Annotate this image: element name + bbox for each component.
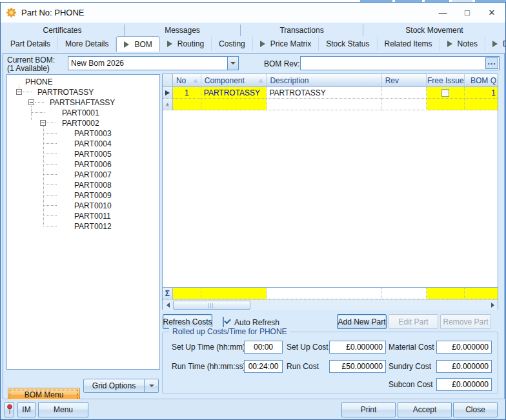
set-up-cost-input[interactable] <box>330 341 385 353</box>
tab-notes[interactable]: Notes <box>440 37 485 51</box>
grid-header-component[interactable]: Component <box>201 74 267 86</box>
grid-cell-description[interactable]: PARTROTASSY <box>267 87 381 99</box>
tree-item[interactable]: PART0003 <box>7 128 159 139</box>
bom-tree-panel[interactable]: PHONE PARTROTASSY PARTSHAFTASSY PART0001… <box>6 74 160 370</box>
grid-cell-rev[interactable] <box>382 87 427 99</box>
row-selector-arrow-icon[interactable] <box>163 87 173 99</box>
grid-cell-no[interactable] <box>173 99 201 110</box>
sunflower-app-icon <box>6 7 17 18</box>
tree-item[interactable]: PART0007 <box>7 170 159 180</box>
remove-part-button[interactable]: Remove Part <box>440 314 491 329</box>
tab-related-items[interactable]: Related Items <box>378 37 440 51</box>
tree-expander-icon[interactable] <box>16 89 22 95</box>
close-icon[interactable]: ✕ <box>480 3 504 23</box>
run-time-input[interactable] <box>245 361 282 372</box>
tab-part-details[interactable]: Part Details <box>3 37 58 51</box>
tree-expander-icon[interactable] <box>40 120 46 126</box>
tab-stock-status[interactable]: Stock Status <box>319 37 377 51</box>
print-button[interactable]: Print <box>341 402 396 417</box>
new-row-marker-icon: * <box>163 99 173 110</box>
sundry-cost-input[interactable] <box>437 361 491 372</box>
tree-item[interactable]: PART0012 <box>7 221 159 232</box>
grid-options-splitbutton[interactable]: Grid Options <box>83 379 159 393</box>
tree-item[interactable]: PART0002 <box>7 118 159 128</box>
tab-costing[interactable]: Costing <box>212 37 253 51</box>
table-row-new[interactable]: * <box>163 99 498 110</box>
tree-item[interactable]: PARTSHAFTASSY <box>7 97 159 108</box>
close-button[interactable]: Close <box>453 402 498 417</box>
edit-part-button[interactable]: Edit Part <box>389 314 438 329</box>
bom-components-grid[interactable]: No Component Description Rev Free Issue … <box>162 74 498 310</box>
summary-cell <box>427 288 465 299</box>
tree-item[interactable]: PART0011 <box>7 211 159 221</box>
current-bom-combobox[interactable]: New Bom 2026 <box>68 56 239 70</box>
set-up-time-field <box>244 341 283 354</box>
tab-routing[interactable]: Routing <box>160 37 212 51</box>
grid-cell-description[interactable] <box>267 99 381 110</box>
tree-item[interactable]: PART0004 <box>7 139 159 149</box>
tab-price-matrix[interactable]: Price Matrix <box>253 37 319 51</box>
tree-item[interactable]: PART0006 <box>7 159 159 170</box>
tree-item[interactable]: PART0008 <box>7 180 159 190</box>
tab-documents[interactable]: Documents <box>485 37 506 51</box>
bom-rev-input[interactable] <box>301 57 499 70</box>
grid-cell-free-issue[interactable] <box>427 87 465 99</box>
combo-dropdown-button[interactable] <box>227 57 238 70</box>
subcon-cost-input[interactable] <box>437 379 491 390</box>
tree-item[interactable]: PHONE <box>7 77 159 87</box>
set-up-time-input[interactable] <box>245 341 282 353</box>
ellipsis-button[interactable]: ... <box>485 57 498 69</box>
tab-bom[interactable]: BOM <box>116 36 159 52</box>
run-time-label: Run Time (hh:mm:ss) <box>172 362 246 371</box>
accept-button[interactable]: Accept <box>398 402 452 417</box>
grid-cell-bom-qty[interactable]: 1 <box>465 87 498 99</box>
grid-options-button[interactable]: Grid Options <box>83 379 145 393</box>
scroll-left-icon[interactable] <box>163 300 173 310</box>
tree-item[interactable]: PART0009 <box>7 190 159 201</box>
summary-cell <box>267 288 381 299</box>
run-time-field <box>244 360 283 373</box>
grid-cell-component[interactable] <box>201 99 267 110</box>
scroll-right-icon[interactable] <box>487 300 498 310</box>
checkbox-unchecked-icon[interactable] <box>441 89 449 97</box>
tab-messages[interactable]: Messages <box>125 25 241 36</box>
tree-expander-icon[interactable] <box>28 99 34 105</box>
auto-refresh-checkbox[interactable] <box>223 317 224 327</box>
grid-header-no[interactable]: No <box>173 74 201 86</box>
table-row[interactable]: 1 PARTROTASSY PARTROTASSY 1 <box>163 87 498 99</box>
tree-connector-line <box>43 211 57 216</box>
add-new-part-button[interactable]: Add New Part <box>337 314 387 329</box>
material-cost-input[interactable] <box>437 341 491 353</box>
maximize-icon[interactable]: □ <box>455 3 480 23</box>
grid-cell-no[interactable]: 1 <box>173 87 201 99</box>
tree-item[interactable]: PARTROTASSY <box>7 87 159 97</box>
pin-button[interactable] <box>5 402 14 417</box>
run-cost-input[interactable] <box>330 361 385 372</box>
grid-cell-free-issue[interactable] <box>427 99 465 110</box>
scrollbar-thumb[interactable] <box>173 301 250 310</box>
horizontal-scrollbar[interactable] <box>163 299 498 310</box>
grid-options-dropdown-icon[interactable] <box>145 379 159 393</box>
set-up-time-label: Set Up Time (hh:mm) <box>172 343 245 352</box>
sort-ascending-icon <box>193 79 198 83</box>
grid-cell-component[interactable]: PARTROTASSY <box>201 87 267 99</box>
menu-button[interactable]: Menu <box>38 402 88 417</box>
tree-connector-line <box>43 201 57 206</box>
auto-refresh-label: Auto Refresh <box>234 318 279 327</box>
grid-cell-bom-qty[interactable] <box>465 99 498 110</box>
tab-certificates[interactable]: Certificates <box>1 25 125 36</box>
grid-cell-rev[interactable] <box>382 99 427 110</box>
tree-item[interactable]: PART0005 <box>7 149 159 159</box>
grid-header-free-issue[interactable]: Free Issue <box>427 74 465 86</box>
tab-stock-movement[interactable]: Stock Movement <box>363 25 505 36</box>
im-button[interactable]: IM <box>17 402 35 417</box>
grid-header-rev[interactable]: Rev <box>382 74 427 86</box>
tree-connector-line <box>43 139 57 144</box>
tree-item[interactable]: PART0010 <box>7 201 159 211</box>
tab-transactions[interactable]: Transactions <box>241 25 363 36</box>
tab-more-details[interactable]: More Details <box>58 37 116 51</box>
tree-item[interactable]: PART0001 <box>7 108 159 118</box>
minimize-icon[interactable]: — <box>430 3 455 23</box>
grid-header-bom-qty[interactable]: BOM Q <box>465 74 498 86</box>
grid-header-description[interactable]: Description <box>267 74 381 86</box>
